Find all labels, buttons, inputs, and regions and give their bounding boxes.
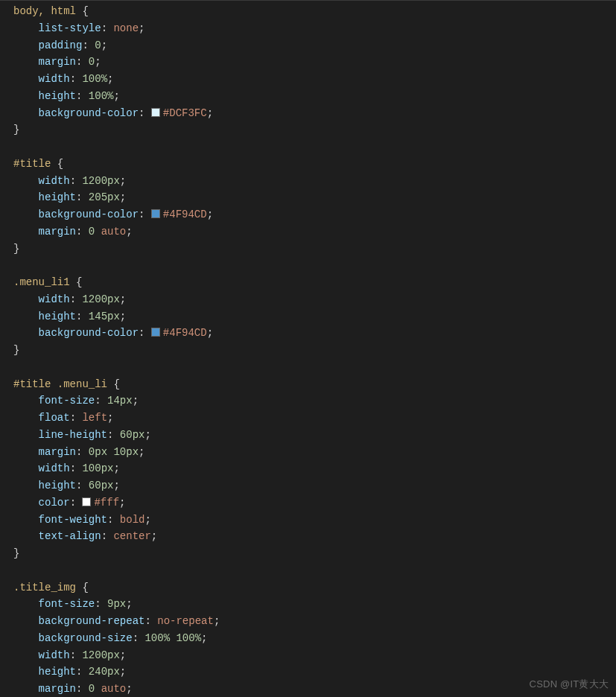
css-value: 0 [89, 683, 95, 695]
css-value: 0px [89, 446, 107, 458]
css-value: none [113, 22, 139, 34]
css-property: margin [39, 56, 76, 68]
css-value: 100% [145, 632, 170, 644]
css-property: width [39, 73, 70, 85]
code-line[interactable]: margin: 0 auto; [13, 681, 616, 697]
code-line[interactable]: font-size: 14px; [13, 392, 616, 410]
code-line[interactable]: width: 100%; [13, 71, 616, 88]
code-line[interactable] [13, 562, 616, 579]
css-value: #DCF3FC [163, 107, 207, 119]
css-value: #4F94CD [163, 327, 207, 339]
code-line[interactable] [13, 257, 616, 274]
close-brace: } [13, 243, 19, 255]
css-property: height [39, 666, 76, 678]
css-property: width [39, 175, 70, 187]
code-line[interactable]: height: 100%; [13, 88, 616, 105]
color-swatch-icon[interactable] [82, 497, 91, 506]
top-divider [0, 0, 616, 1]
code-line[interactable]: background-color: #4F94CD; [13, 206, 616, 223]
css-value: 205px [89, 191, 120, 203]
code-line[interactable]: color: #fff; [13, 494, 616, 512]
css-value: 0 [89, 56, 95, 68]
css-selector: .menu_li1 [13, 276, 70, 288]
open-brace: { [113, 378, 119, 390]
code-line[interactable]: background-color: #4F94CD; [13, 325, 616, 342]
css-property: margin [39, 226, 76, 238]
css-property: height [39, 311, 76, 322]
css-property: margin [39, 446, 76, 458]
css-property: height [39, 191, 76, 203]
css-value: 145px [89, 311, 120, 322]
code-line[interactable]: width: 1200px; [13, 173, 616, 190]
code-line[interactable]: background-size: 100% 100%; [13, 630, 616, 647]
code-line[interactable]: .menu_li1 { [13, 274, 616, 291]
color-swatch-icon[interactable] [151, 209, 160, 218]
code-line[interactable]: width: 100px; [13, 460, 616, 477]
css-value: 10px [113, 446, 139, 458]
code-line[interactable]: background-color: #DCF3FC; [13, 105, 616, 122]
code-line[interactable]: list-style: none; [13, 20, 616, 37]
css-property: background-color [39, 107, 139, 119]
code-editor[interactable]: body, html { list-style: none; padding: … [0, 0, 616, 697]
code-line[interactable]: float: left; [13, 410, 616, 427]
css-property: background-color [39, 209, 139, 220]
css-property: background-color [39, 327, 139, 339]
css-property: list-style [39, 22, 101, 34]
css-value: 100% [176, 632, 201, 644]
code-line[interactable]: } [13, 241, 616, 258]
css-value: 1200px [82, 293, 119, 305]
code-line[interactable]: padding: 0; [13, 37, 616, 54]
code-line[interactable]: margin: 0 auto; [13, 223, 616, 241]
code-line[interactable]: margin: 0px 10px; [13, 444, 616, 461]
close-brace: } [13, 124, 19, 136]
code-line[interactable] [13, 139, 616, 156]
code-line[interactable]: margin: 0; [13, 54, 616, 71]
open-brace: { [76, 276, 82, 288]
css-property: height [39, 480, 76, 491]
code-line[interactable]: } [13, 545, 616, 562]
code-line[interactable]: height: 60px; [13, 477, 616, 494]
close-brace: } [13, 547, 19, 559]
code-line[interactable]: font-weight: bold; [13, 512, 616, 529]
css-property: padding [39, 39, 83, 51]
css-value: auto [101, 683, 127, 695]
code-line[interactable]: font-size: 9px; [13, 596, 616, 613]
css-selector: body, html [13, 5, 76, 17]
code-line[interactable]: height: 205px; [13, 189, 616, 206]
css-value: #4F94CD [163, 209, 207, 220]
code-line[interactable]: .title_img { [13, 579, 616, 596]
css-value: 1200px [82, 649, 119, 661]
code-line[interactable]: #title { [13, 156, 616, 173]
code-line[interactable]: body, html { [13, 3, 616, 20]
css-property: width [39, 462, 70, 474]
css-property: background-size [39, 632, 133, 644]
css-selector: #title .menu_li [13, 378, 107, 390]
css-value: left [82, 412, 107, 424]
css-property: font-weight [39, 514, 107, 526]
css-selector: .title_img [13, 582, 76, 593]
close-brace: } [13, 344, 19, 356]
code-line[interactable]: width: 1200px; [13, 647, 616, 664]
code-line[interactable]: height: 145px; [13, 308, 616, 325]
code-line[interactable]: #title .menu_li { [13, 376, 616, 393]
css-property: width [39, 293, 70, 305]
code-line[interactable]: line-height: 60px; [13, 427, 616, 444]
code-line[interactable]: background-repeat: no-repeat; [13, 613, 616, 630]
css-property: height [39, 90, 76, 102]
code-line[interactable]: height: 240px; [13, 663, 616, 681]
css-value: 60px [89, 480, 114, 491]
code-line[interactable]: } [13, 342, 616, 359]
color-swatch-icon[interactable] [151, 328, 160, 337]
css-value: 0 [89, 226, 95, 238]
css-property: color [39, 497, 70, 509]
open-brace: { [82, 582, 88, 593]
css-property: line-height [39, 429, 107, 441]
css-value: 14px [107, 395, 133, 407]
code-line[interactable]: } [13, 121, 616, 139]
css-value: no-repeat [157, 615, 214, 627]
code-line[interactable] [13, 359, 616, 376]
color-swatch-icon[interactable] [151, 108, 160, 117]
code-line[interactable]: width: 1200px; [13, 291, 616, 308]
code-line[interactable]: text-align: center; [13, 528, 616, 545]
open-brace: { [82, 5, 88, 17]
